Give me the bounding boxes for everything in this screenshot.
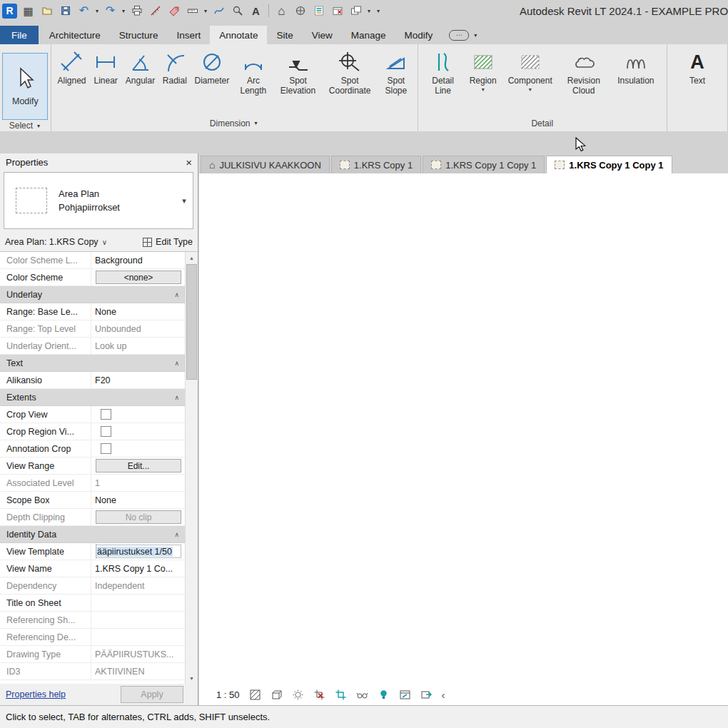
collapse-icon[interactable]: ∧ bbox=[174, 531, 179, 538]
property-row[interactable]: Color Scheme<none> bbox=[0, 269, 186, 286]
tab-site[interactable]: Site bbox=[267, 26, 302, 44]
collapse-icon[interactable]: ∧ bbox=[174, 291, 179, 298]
ribbon-toggle-dropdown-icon[interactable]: ▾ bbox=[472, 32, 478, 39]
panel-label-select[interactable]: Select▾ bbox=[0, 120, 51, 131]
tool-spot-elevation[interactable]: Spot Elevation bbox=[276, 49, 320, 96]
tool-radial[interactable]: Radial bbox=[161, 49, 188, 87]
property-row[interactable]: Depth ClippingNo clip bbox=[0, 509, 186, 526]
view-tab-krs-copy-1[interactable]: 1.KRS Copy 1 bbox=[331, 156, 421, 173]
edit-type-button[interactable]: Edit Type bbox=[143, 237, 193, 247]
crop-view-icon[interactable] bbox=[313, 689, 325, 701]
app-menu-icon[interactable]: ▦ bbox=[19, 2, 37, 19]
property-row[interactable]: Annotation Crop bbox=[0, 440, 186, 457]
type-selector-dropdown-icon[interactable]: ▾ bbox=[176, 196, 193, 206]
property-row[interactable]: Scope BoxNone bbox=[0, 492, 186, 509]
measure-icon[interactable] bbox=[146, 2, 164, 19]
revit-logo[interactable]: R bbox=[2, 4, 17, 19]
tool-detail-line[interactable]: Detail Line bbox=[427, 49, 460, 96]
collapse-icon[interactable]: ∧ bbox=[174, 394, 179, 401]
view-template-field[interactable]: ääpiirustukset 1/50 bbox=[96, 545, 181, 558]
property-row[interactable]: Underlay Orient...Look up bbox=[0, 338, 186, 355]
tool-region[interactable]: Region ▾ bbox=[468, 49, 498, 93]
property-value[interactable]: None bbox=[91, 303, 186, 320]
scrollbar-thumb[interactable] bbox=[186, 264, 197, 380]
property-section-underlay[interactable]: Underlay∧ bbox=[0, 286, 186, 303]
zoom-icon[interactable] bbox=[228, 2, 246, 19]
property-section-text[interactable]: Text∧ bbox=[0, 355, 186, 372]
redo-dropdown-icon[interactable]: ▾ bbox=[120, 2, 127, 19]
temporary-hide-isolate-icon[interactable] bbox=[356, 689, 368, 701]
view-tab-active[interactable]: 1.KRS Copy 1 Copy 1 bbox=[546, 156, 672, 173]
undo-button[interactable]: ↶ bbox=[75, 2, 93, 19]
tab-architecture[interactable]: Architecture bbox=[40, 26, 110, 44]
property-value[interactable] bbox=[91, 629, 186, 645]
view-tab-krs-copy-1-copy-1[interactable]: 1.KRS Copy 1 Copy 1 bbox=[423, 156, 545, 173]
annotation-crop-checkbox[interactable] bbox=[101, 443, 111, 454]
tool-linear[interactable]: Linear bbox=[92, 49, 119, 87]
property-row[interactable]: Range: Base Le...None bbox=[0, 303, 186, 320]
property-row[interactable]: DependencyIndependent bbox=[0, 577, 186, 595]
save-icon[interactable] bbox=[56, 2, 74, 19]
property-value[interactable]: Background bbox=[91, 252, 186, 268]
properties-help-link[interactable]: Properties help bbox=[6, 689, 66, 699]
property-row[interactable]: Referencing Sh... bbox=[0, 612, 186, 629]
reveal-constraints-icon[interactable] bbox=[420, 689, 433, 701]
collapse-control-bar-icon[interactable]: ‹ bbox=[442, 689, 445, 701]
property-row[interactable]: AlikansioF20 bbox=[0, 372, 186, 389]
sun-path-icon[interactable] bbox=[292, 689, 304, 701]
property-row[interactable]: ID3AKTIIVINEN bbox=[0, 663, 186, 680]
redo-button[interactable]: ↷ bbox=[101, 2, 119, 19]
ribbon-cycle-icon[interactable]: ⋯ bbox=[449, 30, 469, 41]
tag-icon[interactable] bbox=[165, 2, 183, 19]
property-row[interactable]: Drawing TypePÄÄPIIRUSTUKS... bbox=[0, 646, 186, 663]
crop-view-checkbox[interactable] bbox=[101, 409, 111, 420]
detail-level-icon[interactable] bbox=[249, 689, 261, 701]
view-tab-julkisivu[interactable]: ⌂ JULKISIVU KAAKKOON bbox=[201, 156, 330, 173]
property-row[interactable]: View Templateääpiirustukset 1/50 bbox=[0, 543, 186, 560]
property-section-identity-data[interactable]: Identity Data∧ bbox=[0, 526, 186, 543]
property-row[interactable]: Crop View bbox=[0, 406, 186, 423]
property-value[interactable]: F20 bbox=[91, 372, 186, 388]
panel-label-dimension[interactable]: Dimension▾ bbox=[51, 115, 418, 131]
tool-text[interactable]: A Text bbox=[688, 49, 707, 87]
customize-qat-icon[interactable]: ▾ bbox=[373, 2, 383, 19]
property-value[interactable]: Unbounded bbox=[91, 320, 186, 337]
modify-button[interactable]: Modify bbox=[2, 53, 48, 120]
depth-clipping-button[interactable]: No clip bbox=[96, 510, 181, 524]
drawing-area[interactable]: 1 : 50 ‹ bbox=[199, 173, 728, 705]
ribbon-display-toggle[interactable]: ⋯ ▾ bbox=[449, 26, 478, 44]
property-value[interactable]: 1 bbox=[91, 475, 186, 491]
cascade-dropdown-icon[interactable]: ▾ bbox=[365, 2, 373, 19]
component-dropdown-icon[interactable]: ▾ bbox=[529, 87, 532, 93]
panel-label-detail[interactable]: Detail bbox=[418, 115, 667, 131]
undo-dropdown-icon[interactable]: ▾ bbox=[93, 2, 101, 19]
close-hidden-windows-icon[interactable] bbox=[328, 2, 346, 19]
cascade-windows-icon[interactable] bbox=[347, 2, 365, 19]
property-value[interactable]: PÄÄPIIRUSTUKS... bbox=[91, 646, 186, 662]
steering-wheel-icon[interactable] bbox=[291, 2, 309, 19]
view-range-edit-button[interactable]: Edit... bbox=[96, 459, 181, 472]
tool-diameter[interactable]: Diameter bbox=[193, 49, 231, 87]
tool-insulation[interactable]: Insulation bbox=[614, 49, 658, 87]
print-icon[interactable] bbox=[128, 2, 146, 19]
temporary-view-properties-icon[interactable] bbox=[399, 689, 411, 701]
property-row[interactable]: Associated Level1 bbox=[0, 475, 186, 492]
tool-angular[interactable]: Angular bbox=[124, 49, 156, 87]
visual-style-icon[interactable] bbox=[271, 689, 283, 701]
property-row[interactable]: View RangeEdit... bbox=[0, 457, 186, 475]
sheet-list-icon[interactable] bbox=[310, 2, 328, 19]
property-row[interactable]: View Name1.KRS Copy 1 Co... bbox=[0, 560, 186, 577]
tool-aligned[interactable]: Aligned bbox=[56, 49, 87, 87]
property-row[interactable]: Color Scheme L...Background bbox=[0, 252, 186, 269]
property-row[interactable]: Range: Top LevelUnbounded bbox=[0, 320, 186, 338]
tool-component[interactable]: Component ▾ bbox=[507, 49, 554, 93]
dimension-dropdown-icon[interactable]: ▾ bbox=[202, 2, 209, 19]
property-value[interactable] bbox=[91, 595, 186, 611]
tool-arc-length[interactable]: Arc Length bbox=[236, 49, 271, 96]
tab-view[interactable]: View bbox=[303, 26, 342, 44]
tool-revision-cloud[interactable]: Revision Cloud bbox=[562, 49, 605, 96]
open-icon[interactable] bbox=[38, 2, 56, 19]
property-row[interactable]: Referencing De... bbox=[0, 629, 186, 646]
property-value[interactable]: None bbox=[91, 492, 186, 508]
property-row[interactable]: Crop Region Vi... bbox=[0, 423, 186, 440]
